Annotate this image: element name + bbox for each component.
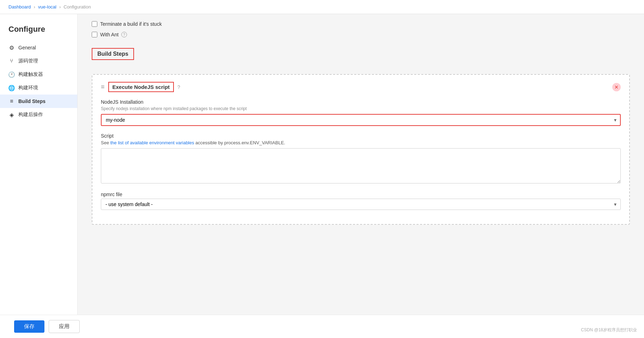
terminate-checkbox[interactable] [92,21,97,27]
nodejs-select-wrapper: my-node [101,114,621,126]
source-icon: ⑂ [8,58,15,64]
npmrc-section: npmrc file - use system default - [101,192,621,210]
clock-icon: 🕐 [8,71,15,78]
nodejs-label: NodeJS Installation [101,99,621,105]
npmrc-select[interactable]: - use system default - [101,199,621,210]
sidebar: Configure ⚙ General ⑂ 源码管理 🕐 构建触发器 🌐 构建环… [0,14,78,338]
build-steps-header: Build Steps [92,48,134,60]
sidebar-item-general[interactable]: ⚙ General [0,41,77,54]
sidebar-item-source[interactable]: ⑂ 源码管理 [0,54,77,68]
step-title: Execute NodeJS script [108,82,174,92]
watermark: CSDN @18岁程序员想打职业 [581,327,637,333]
main-content: Terminate a build if it's stuck With Ant… [78,14,644,338]
with-ant-label: With Ant [100,32,119,37]
step-header: ≡ Execute NodeJS script ? ✕ [101,82,621,92]
breadcrumb-project[interactable]: vue-local [38,4,56,10]
step-close-button[interactable]: ✕ [612,83,621,91]
save-button[interactable]: 保存 [14,320,44,333]
terminate-row: Terminate a build if it's stuck [92,21,630,27]
script-textarea[interactable] [101,148,621,183]
drag-handle-icon[interactable]: ≡ [101,83,105,91]
nodejs-select[interactable]: my-node [101,114,621,126]
sidebar-label-triggers: 构建触发器 [18,71,43,78]
gear-icon: ⚙ [8,44,15,51]
terminate-label: Terminate a build if it's stuck [100,21,162,27]
script-description: See the list of available environment va… [101,140,621,145]
script-link-post: accessible by process.env.ENV_VARIABLE. [194,140,285,145]
with-ant-checkbox[interactable] [92,32,97,37]
list-icon: ≡ [8,98,15,104]
sidebar-label-build-steps: Build Steps [18,98,45,104]
sidebar-item-build-steps[interactable]: ≡ Build Steps [0,95,77,108]
nodejs-desc: Specify nodejs installation where npm in… [101,106,621,111]
env-variables-link[interactable]: the list of available environment variab… [110,140,194,145]
breadcrumb-dashboard[interactable]: Dashboard [8,4,31,10]
globe-icon: 🌐 [8,85,15,91]
sidebar-label-env: 构建环境 [18,85,38,91]
build-step-card: ≡ Execute NodeJS script ? ✕ NodeJS Insta… [92,74,630,225]
sidebar-item-triggers[interactable]: 🕐 构建触发器 [0,68,77,81]
with-ant-help-icon[interactable]: ? [121,32,127,37]
npmrc-label: npmrc file [101,192,621,197]
footer-actions: 保存 应用 [0,315,644,338]
nodejs-installation-section: NodeJS Installation Specify nodejs insta… [101,99,621,126]
breadcrumb: Dashboard › vue-local › Configuration [0,0,644,14]
npmrc-select-wrapper: - use system default - [101,199,621,210]
sidebar-item-env[interactable]: 🌐 构建环境 [0,81,77,95]
sidebar-title: Configure [0,21,77,41]
script-section: Script See the list of available environ… [101,133,621,185]
script-link-pre: See [101,140,110,145]
sidebar-item-post-build[interactable]: ◈ 构建后操作 [0,108,77,121]
diamond-icon: ◈ [8,111,15,118]
step-help-icon[interactable]: ? [177,84,180,90]
apply-button[interactable]: 应用 [49,320,80,333]
breadcrumb-config: Configuration [63,4,91,10]
script-label: Script [101,133,621,139]
sidebar-label-general: General [18,45,36,50]
sidebar-label-post-build: 构建后操作 [18,111,43,118]
sidebar-label-source: 源码管理 [18,58,38,64]
with-ant-row: With Ant ? [92,32,630,37]
